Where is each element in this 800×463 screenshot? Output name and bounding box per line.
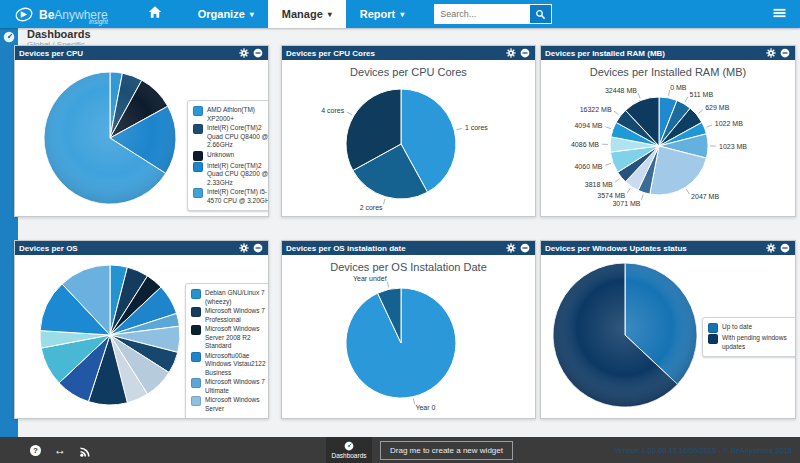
search-input[interactable]	[435, 5, 529, 23]
slice-label: 3818 MB	[585, 181, 613, 188]
widget-header[interactable]: Devices per Installed RAM (MB)	[541, 46, 795, 60]
footer-bar: ? ↔ Dashboards Drag me to create a new w…	[0, 437, 800, 463]
legend-item[interactable]: Microsoft Windows 7 Ultimate	[191, 378, 268, 395]
help-icon[interactable]: ?	[30, 445, 41, 456]
menu-item-manage[interactable]: Manage▾	[268, 0, 346, 28]
legend-page-down-icon[interactable]: ▼	[220, 416, 228, 418]
slice-label: 4086 MB	[571, 141, 599, 148]
slice-label: 2 cores	[360, 204, 383, 211]
legend-label: Unknown	[207, 151, 234, 161]
legend-item[interactable]: Unknown	[193, 151, 268, 161]
legend-item[interactable]: Microsoft Windows 7 Professional	[191, 307, 268, 324]
collapse-icon[interactable]	[780, 48, 791, 59]
widget-header[interactable]: Devices per OS	[15, 241, 268, 255]
gear-icon[interactable]	[506, 243, 517, 254]
widget-body: Devices per OS Instalation Date Year 0Ye…	[282, 255, 535, 418]
drag-new-widget-handle[interactable]: Drag me to create a new widget	[380, 441, 513, 460]
collapse-icon[interactable]	[253, 48, 264, 59]
footer-dashboards-tab[interactable]: Dashboards	[326, 437, 372, 463]
legend-swatch	[708, 334, 718, 344]
slice-label: Year 0	[415, 404, 435, 411]
screen: BeAnywhereinsight Organize▾ Manage▾ Repo…	[0, 0, 800, 463]
slice-label: 4 cores	[321, 107, 344, 114]
legend-item[interactable]: Debian GNU/Linux 7 (wheezy)	[191, 289, 268, 306]
brand-name: BeAnywhereinsight	[39, 8, 108, 21]
label-line	[685, 97, 688, 102]
slice-label: 4094 MB	[574, 122, 602, 129]
slice-label: 1023 MB	[719, 143, 747, 150]
legend-item[interactable]: Intel(R) Core(TM)2 Quad CPU Q8400 @ 2.66…	[193, 124, 268, 150]
legend-label: Microsoft Windows 7 Ultimate	[205, 378, 268, 395]
legend-swatch	[191, 289, 201, 299]
legend-item[interactable]: Microsoft Windows Server	[191, 396, 268, 413]
slice-label: 1 cores	[465, 124, 488, 131]
collapse-icon[interactable]	[520, 48, 531, 59]
legend-page-indicator: 1 / 3	[202, 416, 217, 418]
label-line	[698, 110, 703, 114]
home-icon[interactable]	[140, 5, 170, 23]
chart-legend: Up to dateWith pending windows updates	[702, 317, 795, 357]
gear-icon[interactable]	[239, 48, 250, 59]
gear-icon[interactable]	[766, 48, 777, 59]
dashboard-gauge-icon[interactable]	[0, 29, 18, 45]
label-line	[383, 199, 385, 205]
brand-logo[interactable]: BeAnywhereinsight	[14, 7, 108, 22]
legend-label: Intel(R) Core(TM) i5-4570 CPU @ 3.20GHz	[207, 188, 268, 205]
legend-swatch	[191, 352, 201, 362]
label-line	[605, 127, 611, 129]
legend-item[interactable]: Intel(R) Core(TM) i5-4570 CPU @ 3.20GHz	[193, 188, 268, 205]
brand-sub: insight	[89, 16, 108, 28]
legend-item[interactable]: Up to date	[708, 323, 793, 333]
pie-chart-cpu-cores: 1 cores2 cores4 cores	[282, 60, 535, 216]
version-text: Version 1.00.00.15 16/06/2015 - © BeAnyw…	[614, 437, 792, 463]
resize-arrows-icon[interactable]: ↔	[54, 444, 66, 456]
widget-devices-per-cpu: Devices per CPU AMD Athlon(TM) XP2000+In…	[14, 45, 269, 217]
menu-item-organize[interactable]: Organize▾	[184, 0, 268, 28]
label-line	[641, 195, 643, 201]
search-button[interactable]	[529, 5, 551, 23]
label-line	[456, 128, 462, 130]
rss-icon[interactable]	[79, 444, 91, 456]
widget-title: Devices per OS	[19, 244, 78, 253]
hamburger-menu-icon[interactable]	[773, 5, 786, 23]
widget-header[interactable]: Devices per CPU	[15, 46, 268, 60]
slice-label: 0 MB	[670, 84, 687, 91]
label-line	[605, 163, 611, 165]
legend-swatch	[193, 162, 203, 172]
widget-devices-per-cpu-cores: Devices per CPU Cores Devices per CPU Co…	[281, 45, 536, 217]
search-icon	[535, 9, 546, 20]
chart-title: Devices per Installed RAM (MB)	[541, 66, 795, 78]
collapse-icon[interactable]	[520, 243, 531, 254]
widget-header[interactable]: Devices per CPU Cores	[282, 46, 535, 60]
legend-item[interactable]: Intel(R) Core(TM)2 Quad CPU Q8200 @ 2.33…	[193, 162, 268, 188]
collapse-icon[interactable]	[253, 243, 264, 254]
widget-header[interactable]: Devices per OS instalation date	[282, 241, 535, 255]
pie-chart-ram: 0 MB511 MB629 MB1022 MB1023 MB2047 MB307…	[541, 60, 795, 216]
chevron-down-icon: ▾	[328, 10, 332, 19]
gear-icon[interactable]	[766, 243, 777, 254]
legend-swatch	[191, 378, 201, 388]
legend-label: Up to date	[722, 323, 752, 333]
gear-icon[interactable]	[239, 243, 250, 254]
widget-devices-per-os: Devices per OS Debian GNU/Linux 7 (wheez…	[14, 240, 269, 419]
collapse-icon[interactable]	[780, 243, 791, 254]
label-line	[638, 93, 640, 99]
widget-body: Devices per CPU Cores 1 cores2 cores4 co…	[282, 60, 535, 216]
gear-icon[interactable]	[506, 48, 517, 59]
legend-label: Microsoft Windows 7 Professional	[205, 307, 268, 324]
legend-item[interactable]: AMD Athlon(TM) XP2000+	[193, 106, 268, 123]
legend-item[interactable]: Microsoft Windows Server 2008 R2 Standar…	[191, 325, 268, 351]
chart-title: Devices per CPU Cores	[282, 66, 535, 78]
legend-item[interactable]: With pending windows updates	[708, 334, 793, 351]
legend-item[interactable]: Microsoftu00ae Windows Vistau2122 Busine…	[191, 352, 268, 378]
legend-page-up-icon[interactable]: ▲	[191, 416, 199, 418]
widget-header[interactable]: Devices per Windows Updates status	[541, 241, 795, 255]
menu-label: Organize	[198, 8, 245, 20]
menu-label: Report	[360, 8, 395, 20]
search-box	[434, 4, 552, 24]
legend-label: Microsoftu00ae Windows Vistau2122 Busine…	[205, 352, 268, 378]
chart-title: Devices per OS Instalation Date	[282, 261, 535, 273]
menu-item-report[interactable]: Report▾	[346, 0, 418, 28]
label-line	[614, 111, 619, 115]
slice-label: 2047 MB	[691, 193, 719, 200]
